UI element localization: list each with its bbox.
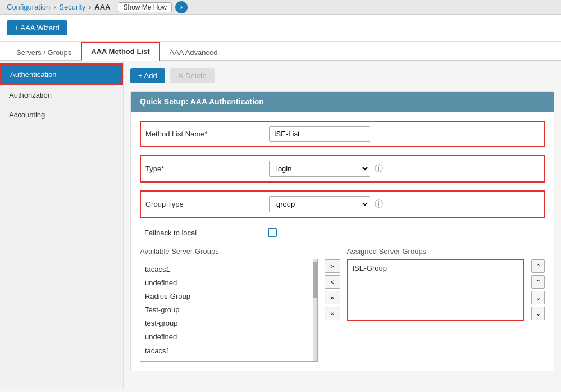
available-label: Available Server Groups xyxy=(140,247,318,256)
tab-aaa-method-list[interactable]: AAA Method List xyxy=(81,42,159,61)
order-buttons: ⌃ ⌃ ⌄ ⌄ xyxy=(531,247,545,320)
transfer-left-button[interactable]: < xyxy=(325,275,340,289)
breadcrumb-aaa: AAA xyxy=(94,3,110,11)
assigned-server-list[interactable]: ISE-Group xyxy=(347,259,525,321)
help-circle-icon[interactable]: › xyxy=(175,1,188,13)
action-bar: + Add ✕ Delete xyxy=(130,68,554,83)
available-server-list[interactable]: tacacs1 undefined Radius-Group Test-grou… xyxy=(140,259,318,362)
fallback-label: Fallback to local xyxy=(144,229,268,237)
list-item[interactable]: tacacs1 xyxy=(144,344,308,358)
available-server-groups-section: Available Server Groups tacacs1 undefine… xyxy=(140,247,318,362)
quick-setup-panel: Quick Setup: AAA Authentication Method L… xyxy=(130,91,554,371)
quick-setup-title: Quick Setup: AAA Authentication xyxy=(131,92,554,112)
breadcrumb-sep-2: › xyxy=(89,3,91,11)
show-me-how-button[interactable]: Show Me How xyxy=(118,2,171,12)
breadcrumb-security[interactable]: Security xyxy=(59,3,85,11)
add-button[interactable]: + Add xyxy=(130,68,165,83)
quick-setup-body: Method List Name* Type* login ppp dot1x … xyxy=(131,112,554,371)
breadcrumb: Configuration › Security › AAA Show Me H… xyxy=(0,0,561,15)
content-area: + Add ✕ Delete Quick Setup: AAA Authenti… xyxy=(124,61,561,389)
method-list-name-row: Method List Name* xyxy=(140,121,545,147)
list-item[interactable]: undefined xyxy=(144,276,308,290)
assigned-label: Assigned Server Groups xyxy=(347,247,525,256)
type-label: Type* xyxy=(145,165,269,173)
tab-bar: Servers / Groups AAA Method List AAA Adv… xyxy=(0,42,561,61)
main-layout: Authentication Authorization Accounting … xyxy=(0,61,561,389)
tab-aaa-advanced[interactable]: AAA Advanced xyxy=(160,43,227,61)
method-list-name-input[interactable] xyxy=(269,126,370,142)
order-up-top-button[interactable]: ⌃ xyxy=(531,259,545,273)
transfer-buttons: > < » « xyxy=(325,247,340,320)
fallback-checkbox[interactable] xyxy=(268,228,277,237)
delete-button[interactable]: ✕ Delete xyxy=(170,68,215,83)
breadcrumb-sep-1: › xyxy=(53,3,56,11)
group-type-label: Group Type xyxy=(145,200,269,208)
sidebar-item-accounting[interactable]: Accounting xyxy=(0,105,123,125)
list-item[interactable]: test-group xyxy=(144,317,308,330)
group-type-info-icon[interactable]: ⓘ xyxy=(375,199,383,209)
order-down-button[interactable]: ⌄ xyxy=(531,291,545,304)
list-item[interactable]: undefined xyxy=(144,330,308,344)
available-list-wrapper: tacacs1 undefined Radius-Group Test-grou… xyxy=(140,259,318,362)
list-item[interactable]: Radius-Group xyxy=(144,290,308,303)
type-info-icon[interactable]: ⓘ xyxy=(375,163,383,174)
fallback-row: Fallback to local xyxy=(140,226,545,239)
assigned-item[interactable]: ISE-Group xyxy=(352,263,521,273)
sidebar-item-authentication[interactable]: Authentication xyxy=(0,63,123,85)
group-type-select[interactable]: group local none xyxy=(269,196,370,212)
server-groups-row: Available Server Groups tacacs1 undefine… xyxy=(140,247,545,362)
transfer-all-right-button[interactable]: » xyxy=(325,291,340,304)
breadcrumb-configuration[interactable]: Configuration xyxy=(7,3,50,11)
sidebar: Authentication Authorization Accounting xyxy=(0,61,124,389)
sidebar-item-authorization[interactable]: Authorization xyxy=(0,85,123,105)
aaa-wizard-button[interactable]: + AAA Wizard xyxy=(7,20,67,35)
assigned-server-groups-section: Assigned Server Groups ISE-Group xyxy=(347,247,525,321)
method-list-name-label: Method List Name* xyxy=(145,130,269,138)
toolbar: + AAA Wizard xyxy=(0,15,561,42)
order-up-button[interactable]: ⌃ xyxy=(531,275,545,289)
list-item[interactable]: Test-group xyxy=(144,303,308,317)
list-item[interactable]: tacacs1 xyxy=(144,263,308,276)
tab-servers-groups[interactable]: Servers / Groups xyxy=(7,43,81,61)
transfer-all-left-button[interactable]: « xyxy=(325,307,340,320)
order-down-bottom-button[interactable]: ⌄ xyxy=(531,307,545,320)
type-select[interactable]: login ppp dot1x xyxy=(269,161,370,177)
group-type-row: Group Type group local none ⓘ xyxy=(140,190,545,218)
type-row: Type* login ppp dot1x ⓘ xyxy=(140,155,545,183)
transfer-right-button[interactable]: > xyxy=(325,259,340,273)
